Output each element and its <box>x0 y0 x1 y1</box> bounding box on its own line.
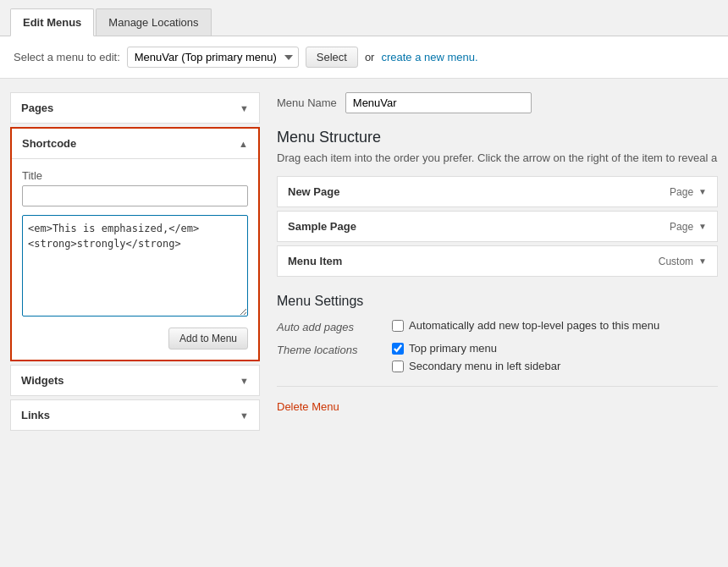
main-content: Pages Shortcode Title <em>This is emphas <box>0 79 728 448</box>
menu-item-new-page-arrow[interactable]: ▼ <box>698 187 707 196</box>
accordion-links-label: Links <box>21 409 50 421</box>
select-bar-label: Select a menu to edit: <box>14 51 120 63</box>
menu-item-sample-page-label: Sample Page <box>288 220 356 233</box>
accordion-shortcode-header[interactable]: Shortcode <box>12 129 258 158</box>
theme-location-secondary-checkbox[interactable] <box>392 361 404 372</box>
menu-item-new-page-type: Page ▼ <box>670 186 707 198</box>
accordion-shortcode-arrow <box>239 139 248 149</box>
menu-structure-title: Menu Structure <box>277 129 718 146</box>
or-text: or <box>365 51 375 63</box>
divider <box>277 386 718 387</box>
menu-select[interactable]: MenuVar (Top primary menu) <box>127 47 299 68</box>
theme-location-top-primary-checkbox[interactable] <box>392 343 404 355</box>
menu-item-custom-type-text: Custom <box>659 256 693 267</box>
theme-locations-label: Theme locations <box>277 342 378 356</box>
menu-item-new-page-label: New Page <box>288 185 339 198</box>
menu-name-row: Menu Name <box>277 92 718 113</box>
title-input[interactable] <box>22 185 248 206</box>
accordion-widgets-label: Widgets <box>21 374 63 387</box>
accordion-pages-header[interactable]: Pages <box>11 93 259 123</box>
add-to-menu-row: Add to Menu <box>22 328 248 350</box>
create-new-menu-link[interactable]: create a new menu. <box>381 51 477 63</box>
accordion-shortcode-label: Shortcode <box>22 137 76 150</box>
shortcode-textarea[interactable]: <em>This is emphasized,</em> <strong>str… <box>22 215 248 317</box>
delete-menu-link[interactable]: Delete Menu <box>277 400 339 413</box>
menu-item-sample-page-type: Page ▼ <box>670 221 707 233</box>
accordion-pages-label: Pages <box>21 102 53 114</box>
menu-item-custom-type: Custom ▼ <box>659 256 707 267</box>
theme-locations-row: Theme locations Top primary menu Seconda… <box>277 342 718 372</box>
menu-name-input[interactable] <box>345 92 532 113</box>
add-to-menu-button[interactable]: Add to Menu <box>168 328 248 350</box>
accordion-widgets: Widgets <box>10 365 260 396</box>
tab-edit-menus[interactable]: Edit Menus <box>10 8 94 36</box>
accordion-widgets-arrow <box>240 376 249 386</box>
theme-location-top-primary-label: Top primary menu <box>409 342 497 355</box>
auto-add-checkbox[interactable] <box>392 320 404 332</box>
menu-item-row: Menu Item Custom ▼ <box>277 245 718 277</box>
accordion-widgets-header[interactable]: Widgets <box>11 366 259 395</box>
menu-item-row: Sample Page Page ▼ <box>277 211 718 242</box>
menu-settings-section: Menu Settings Auto add pages Automatical… <box>277 294 718 372</box>
theme-location-top-primary-row: Top primary menu <box>392 342 560 355</box>
menu-items-list: New Page Page ▼ Sample Page Page ▼ Menu … <box>277 176 718 277</box>
auto-add-content: Automatically add new top-level pages to… <box>392 319 659 332</box>
menu-item-new-page-type-text: Page <box>670 186 693 198</box>
menu-structure-desc: Drag each item into the order you prefer… <box>277 151 718 164</box>
select-button[interactable]: Select <box>306 47 358 68</box>
menu-name-label: Menu Name <box>277 96 337 109</box>
menu-settings-title: Menu Settings <box>277 294 718 309</box>
accordion-shortcode-body: Title <em>This is emphasized,</em> <stro… <box>12 158 258 360</box>
accordion-shortcode: Shortcode Title <em>This is emphasized,<… <box>10 127 260 361</box>
accordion-links-arrow <box>240 410 249 421</box>
menu-item-custom-label: Menu Item <box>288 255 342 267</box>
right-panel: Menu Name Menu Structure Drag each item … <box>260 92 718 434</box>
accordion-links-header[interactable]: Links <box>11 400 259 430</box>
title-label: Title <box>22 169 248 182</box>
tab-manage-locations[interactable]: Manage Locations <box>96 8 211 36</box>
shortcode-group: <em>This is emphasized,</em> <strong>str… <box>22 215 248 319</box>
auto-add-checkbox-row: Automatically add new top-level pages to… <box>392 319 659 332</box>
theme-location-secondary-label: Secondary menu in left sidebar <box>409 360 560 372</box>
accordion-links: Links <box>10 399 260 431</box>
menu-item-sample-page-arrow[interactable]: ▼ <box>698 222 707 231</box>
theme-locations-content: Top primary menu Secondary menu in left … <box>392 342 560 372</box>
menu-item-custom-arrow[interactable]: ▼ <box>698 256 707 266</box>
select-bar: Select a menu to edit: MenuVar (Top prim… <box>0 36 728 79</box>
left-panel: Pages Shortcode Title <em>This is emphas <box>10 92 260 434</box>
accordion-pages: Pages <box>10 92 260 124</box>
auto-add-checkbox-label: Automatically add new top-level pages to… <box>409 319 659 332</box>
title-group: Title <box>22 169 248 206</box>
accordion-pages-arrow <box>240 103 249 113</box>
auto-add-label: Auto add pages <box>277 319 378 333</box>
auto-add-row: Auto add pages Automatically add new top… <box>277 319 718 333</box>
menu-item-sample-page-type-text: Page <box>670 221 693 233</box>
menu-item-row: New Page Page ▼ <box>277 176 718 207</box>
tabs-bar: Edit Menus Manage Locations <box>0 0 728 36</box>
theme-location-secondary-row: Secondary menu in left sidebar <box>392 360 560 372</box>
